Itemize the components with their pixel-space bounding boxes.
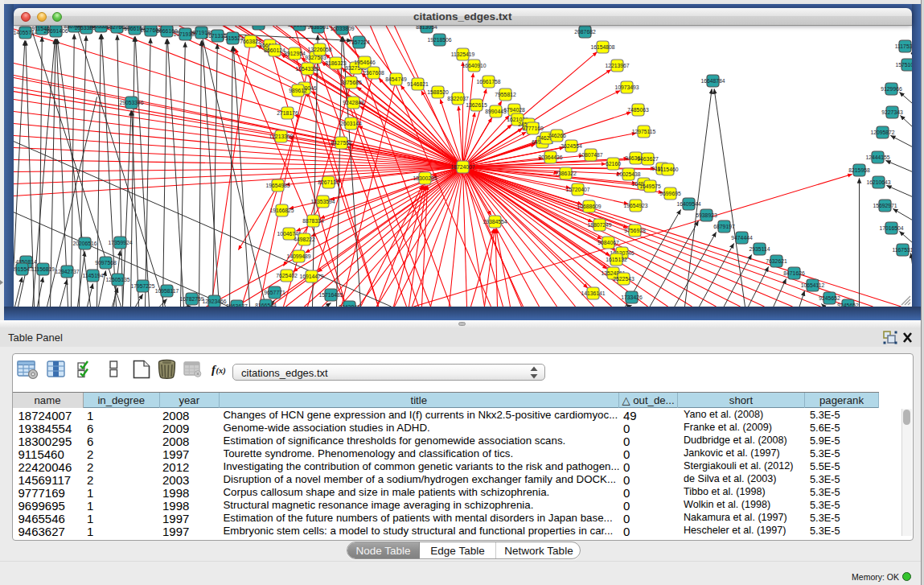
svg-text:10654112: 10654112 [800,282,824,287]
svg-text:12975115: 12975115 [631,128,655,134]
svg-text:9657771: 9657771 [264,289,285,295]
svg-text:1954646: 1954646 [354,59,376,64]
svg-text:12444155: 12444155 [865,154,889,159]
svg-text:18300295: 18300295 [413,175,437,180]
svg-text:9777169: 9777169 [522,125,544,130]
svg-text:9097568: 9097568 [95,259,117,265]
svg-text:18724007: 18724007 [450,163,474,169]
svg-text:9146821: 9146821 [407,80,429,86]
svg-text:1649575: 1649575 [639,183,661,188]
svg-text:12923466: 12923466 [202,298,226,303]
svg-text:16154808: 16154808 [590,43,614,49]
svg-text:2522543: 2522543 [613,275,634,281]
svg-text:9474444: 9474444 [731,234,753,240]
svg-text:10973493: 10973493 [614,84,639,89]
svg-text:4498222: 4498222 [294,236,315,241]
svg-text:10958117: 10958117 [154,287,179,293]
svg-text:9245652: 9245652 [837,302,859,306]
svg-text:19654985: 19654985 [265,182,290,187]
svg-text:12213309: 12213309 [269,133,293,138]
svg-text:(x): (x) [216,366,225,376]
svg-text:17359924: 17359924 [108,239,132,245]
svg-text:1167531: 1167531 [892,246,912,252]
svg-text:12505135: 12505135 [105,276,129,282]
svg-text:9245652: 9245652 [819,295,840,300]
svg-text:11325419: 11325419 [450,51,474,56]
svg-text:12095872: 12095872 [870,129,894,134]
svg-text:989612: 989612 [289,87,307,93]
svg-text:2367608: 2367608 [363,69,384,75]
svg-text:9227343: 9227343 [881,109,903,114]
svg-text:9084067: 9084067 [598,239,619,245]
svg-text:12213967: 12213967 [605,62,629,68]
svg-text:9463627: 9463627 [226,303,248,306]
svg-text:16782759: 16782759 [179,295,203,301]
svg-text:8166544: 8166544 [255,302,277,306]
svg-text:8427552: 8427552 [331,139,352,145]
svg-text:7632621: 7632621 [766,257,787,263]
svg-text:14099489: 14099489 [286,253,310,258]
svg-text:10688609: 10688609 [577,203,601,208]
svg-text:13226058: 13226058 [307,46,331,51]
svg-text:16640910: 16640910 [462,62,486,68]
svg-text:20364436: 20364436 [538,154,562,159]
svg-text:9129966: 9129966 [881,85,902,91]
svg-text:8912954: 8912954 [284,50,306,56]
svg-text:1615132: 1615132 [606,256,627,262]
svg-text:19384554: 19384554 [483,218,507,224]
svg-text:15720407: 15720407 [565,186,589,192]
svg-text:12353594: 12353594 [310,198,335,204]
svg-text:9463627: 9463627 [637,155,659,161]
svg-text:1588520: 1588520 [427,89,449,94]
svg-text:7485063: 7485063 [627,106,649,112]
svg-text:6879197: 6879197 [713,223,735,229]
svg-text:16961758: 16961758 [476,78,500,84]
svg-text:19654923: 19654923 [623,202,647,208]
svg-text:6794028: 6794028 [503,106,525,112]
svg-text:2935114: 2935114 [749,245,770,251]
svg-text:9242848: 9242848 [343,99,364,105]
svg-text:16033809: 16033809 [330,26,354,31]
svg-text:20206516: 20206516 [72,240,97,245]
svg-text:19218506: 19218506 [427,36,451,42]
svg-text:9699695: 9699695 [659,190,681,196]
svg-text:9115460: 9115460 [657,166,678,171]
svg-text:3624554: 3624554 [561,142,582,148]
svg-text:7357224: 7357224 [348,39,370,44]
svg-text:8915547: 8915547 [14,266,33,271]
svg-text:14136141: 14136141 [581,290,605,295]
svg-text:10046746: 10046746 [277,230,301,236]
svg-text:18807249: 18807249 [587,221,611,227]
svg-text:16409544: 16409544 [676,200,700,206]
svg-text:8660124: 8660124 [264,47,285,52]
svg-text:7663822: 7663822 [240,38,261,43]
svg-text:8186323: 8186323 [325,60,347,65]
svg-text:746266: 746266 [548,132,566,138]
svg-text:17016504: 17016504 [879,225,903,230]
svg-text:8454749: 8454749 [385,76,407,81]
svg-text:8267130: 8267130 [318,179,339,184]
svg-text:15716485: 15716485 [318,291,343,297]
svg-text:16648784: 16648784 [700,77,725,83]
svg-text:12942737: 12942737 [55,268,79,274]
svg-text:7386322: 7386322 [555,170,577,175]
svg-text:2603144: 2603144 [340,120,362,126]
svg-text:5938923: 5938923 [696,212,717,217]
svg-text:15692971: 15692971 [873,202,897,208]
svg-text:19166825: 19166825 [269,207,294,212]
svg-text:9242848: 9242848 [339,303,360,306]
svg-text:9638501: 9638501 [248,26,269,27]
svg-text:17957225: 17957225 [130,282,154,288]
svg-text:1145194: 1145194 [82,272,103,278]
svg-text:2087682: 2087682 [574,28,596,34]
svg-text:16543382: 16543382 [295,65,319,71]
svg-text:9756928: 9756928 [624,227,646,233]
svg-text:2718176: 2718176 [277,109,298,115]
svg-text:1733426: 1733426 [621,294,643,299]
svg-text:11156819: 11156819 [31,266,54,271]
svg-text:16210643: 16210643 [866,179,890,184]
svg-text:1117535: 1117535 [894,43,912,48]
svg-text:16914479: 16914479 [299,273,323,278]
svg-text:8322037: 8322037 [447,95,469,101]
svg-text:8471626: 8471626 [783,270,805,275]
